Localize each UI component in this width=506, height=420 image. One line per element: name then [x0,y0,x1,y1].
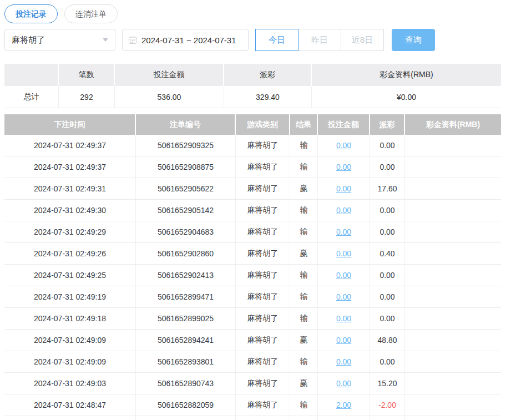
cell-order-id: 5061652909325 [136,135,236,156]
bet-amount-link[interactable]: 0.00 [336,292,351,301]
table-row: 2024-07-31 02:49:18 5061652899025 麻将胡了 输… [4,308,501,330]
date-range-value: 2024-07-31 ~ 2024-07-31 [141,36,236,45]
cell-bet-time: 2024-07-31 02:49:09 [4,351,136,372]
cell-result: 赢 [290,330,318,351]
table-row: 2024-07-31 02:49:26 5061652902860 麻将胡了 赢… [4,243,501,265]
cell-game-type: 麻将胡了 [236,394,290,416]
cell-result: 输 [290,156,318,178]
bet-amount-link[interactable]: 0.00 [336,249,351,258]
cell-payout: 0.00 [370,221,405,242]
cell-result: 输 [290,221,318,242]
cell-bet-amount: 0.00 [318,243,370,264]
cell-bet-time: 2024-07-31 02:49:37 [4,135,136,156]
summary-header-bet-amount: 投注金额 [115,64,224,86]
cell-result: 输 [290,351,318,372]
cell-order-id: 5061652905142 [136,200,236,221]
cell-order-id: 5061652899471 [136,286,236,307]
cell-game-type: 麻将胡了 [236,243,290,264]
cell-bonus [405,243,501,264]
cell-bet-amount: 0.00 [318,265,370,286]
cell-bet-amount: 2.00 [318,394,370,416]
date-shortcut-group: 今日 昨日 近8日 [255,29,384,51]
cell-bet-time: 2024-07-31 02:49:19 [4,286,136,307]
bet-amount-link[interactable]: 0.00 [336,184,351,193]
cell-payout: 0.00 [370,135,405,156]
yesterday-button[interactable]: 昨日 [298,29,341,51]
bet-amount-link[interactable]: 0.00 [336,141,351,150]
filter-bar: 麻将胡了 2024-07-31 ~ 2024-07-31 [4,29,502,51]
cell-payout: 15.20 [370,373,405,394]
cell-game-type: 麻将胡了 [236,200,290,221]
summary-total-row: 总计 292 536.00 329.40 ¥0.00 [4,86,501,108]
cell-order-id: 5061652902860 [136,243,236,264]
bet-amount-link[interactable]: 0.00 [336,357,351,366]
table-row: 2024-07-31 02:49:31 5061652905622 麻将胡了 赢… [4,178,501,200]
cell-bonus [405,416,501,420]
cell-order-id: 5061652878382 [136,416,236,420]
bet-amount-link[interactable]: 0.00 [336,379,351,388]
summary-header-bonus: 彩金资料(RMB) [312,64,501,86]
cell-bet-time: 2024-07-31 02:49:18 [4,308,136,329]
header-bonus: 彩金资料(RMB) [405,114,501,135]
search-button[interactable]: 查询 [392,29,435,51]
cell-game-type: 麻将胡了 [236,373,290,394]
today-button[interactable]: 今日 [255,29,298,51]
cell-order-id: 5061652882059 [136,394,236,416]
bet-amount-link[interactable]: 0.00 [336,336,351,345]
cell-bonus [405,221,501,242]
cell-bet-amount: 0.00 [318,178,370,199]
chevron-down-icon [103,38,108,42]
cell-game-type: 麻将胡了 [236,178,290,199]
header-game-type: 游戏类别 [236,114,290,135]
summary-header-count: 笔数 [59,64,115,86]
tab-bet-records[interactable]: 投注记录 [4,4,58,23]
bet-amount-link[interactable]: 0.00 [336,206,351,215]
cell-bet-time: 2024-07-31 02:49:03 [4,373,136,394]
page: 投注记录 连消注单 麻将胡了 2024- [0,0,506,420]
cell-game-type: 麻将胡了 [236,265,290,286]
cell-payout: 0.00 [370,351,405,372]
cell-bet-time: 2024-07-31 02:49:31 [4,178,136,199]
header-result: 结果 [290,114,318,135]
summary-total-bonus: ¥0.00 [312,86,501,108]
last-8-days-button[interactable]: 近8日 [341,29,384,51]
cell-order-id: 5061652905622 [136,178,236,199]
cell-result: 输 [290,265,318,286]
bet-amount-link[interactable]: 0.00 [336,314,351,323]
date-range-input[interactable]: 2024-07-31 ~ 2024-07-31 [122,29,249,51]
bet-amount-link[interactable]: 0.00 [336,163,351,171]
cell-result: 输 [290,286,318,307]
table-row: 2024-07-31 02:49:37 5061652908875 麻将胡了 输… [4,156,501,178]
header-order-id: 注单编号 [136,114,236,135]
records-body: 2024-07-31 02:49:37 5061652909325 麻将胡了 输… [4,135,501,420]
cell-bonus [405,394,501,416]
cell-payout: 0.40 [370,243,405,264]
cell-order-id: 5061652899025 [136,308,236,329]
cell-bet-amount: 0.00 [318,221,370,242]
cell-game-type: 麻将胡了 [236,156,290,178]
table-row: 2024-07-31 02:49:30 5061652905142 麻将胡了 输… [4,200,501,221]
cell-bet-amount: 0.00 [318,200,370,221]
bet-amount-link[interactable]: 2.00 [336,401,351,409]
cell-result: 输 [290,200,318,221]
tab-cancelled-orders[interactable]: 连消注单 [64,4,118,23]
cell-payout: 0.00 [370,265,405,286]
cell-payout: 0.00 [370,200,405,221]
header-bet-time: 下注时间 [4,114,136,135]
bet-amount-link[interactable]: 0.00 [336,271,351,280]
game-type-select[interactable]: 麻将胡了 [4,29,115,51]
table-row: 2024-07-31 02:48:40 5061652878382 麻将胡了 赢… [4,416,501,420]
bet-amount-link[interactable]: 0.00 [336,227,351,236]
summary-header-payout: 派彩 [224,64,312,86]
cell-result: 赢 [290,416,318,420]
table-row: 2024-07-31 02:49:19 5061652899471 麻将胡了 输… [4,286,501,308]
cell-payout: 0.00 [370,286,405,307]
cell-bonus [405,200,501,221]
cell-bet-amount: 0.00 [318,286,370,307]
summary-header-row: 笔数 投注金额 派彩 彩金资料(RMB) [4,64,501,86]
cell-order-id: 5061652890743 [136,373,236,394]
cell-payout: 0.00 [370,156,405,178]
cell-bet-amount: 0.00 [318,330,370,351]
table-row: 2024-07-31 02:49:09 5061652894241 麻将胡了 赢… [4,330,501,351]
summary-total-payout: 329.40 [224,86,312,108]
